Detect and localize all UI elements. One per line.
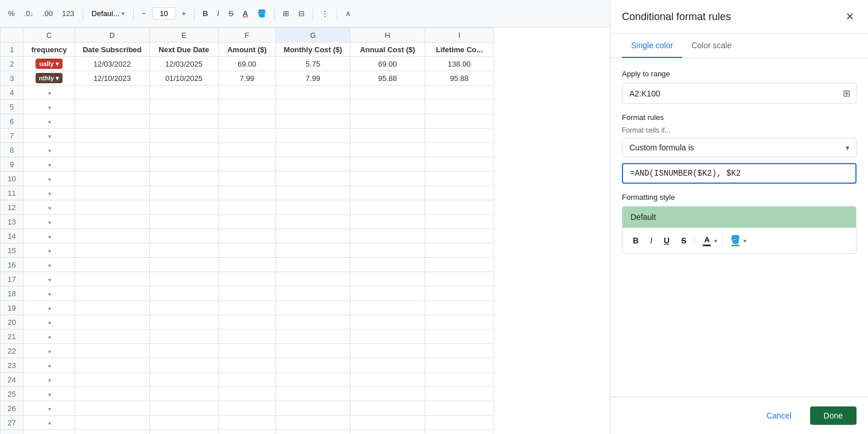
cell-e2[interactable]: 12/03/2025 — [150, 57, 219, 71]
row-header-8: 8 — [1, 143, 24, 157]
spreadsheet-table: C D E F G H I 1 frequency Date Subscribe… — [0, 28, 494, 434]
more-button[interactable]: ⋮ — [318, 5, 332, 23]
panel-footer: Cancel Done — [610, 397, 868, 434]
tab-color-scale[interactable]: Color scale — [682, 34, 741, 58]
col-header-f[interactable]: F — [219, 28, 276, 42]
separator-1 — [83, 7, 83, 21]
cell-e3[interactable]: 01/10/2025 — [150, 71, 219, 86]
toolbar: % .0↓ .00 123 Defaul... ▾ − + B I S A 🪣 … — [0, 0, 610, 28]
table-row: 28▾ — [1, 430, 494, 435]
fill-color-button[interactable]: 🪣 — [727, 232, 744, 249]
table-row: 27▾ — [1, 416, 494, 430]
fill-color-chevron[interactable]: ▾ — [744, 238, 746, 244]
format-underline-button[interactable]: U — [659, 234, 674, 247]
tabs-container: Single color Color scale — [610, 34, 868, 58]
font-family-chevron: ▾ — [122, 10, 124, 17]
col-header-c[interactable]: C — [24, 28, 75, 42]
formula-type-wrapper: Custom formula is Is empty Is not empty … — [622, 138, 857, 157]
decimal-increase-button[interactable]: .00 — [39, 5, 56, 23]
table-row: 21▾ — [1, 330, 494, 344]
format-toolbar: B I U S A ▾ 🪣 ▾ — [622, 228, 857, 254]
format-italic-button[interactable]: I — [645, 234, 657, 247]
cell-g3[interactable]: 7.99 — [276, 71, 351, 86]
text-color-button[interactable]: A — [699, 233, 714, 249]
formatting-style-label: Formatting style — [622, 193, 857, 202]
row-header-26: 26 — [1, 401, 24, 416]
col-header-e[interactable]: E — [150, 28, 219, 42]
cell-d1[interactable]: Date Subscribed — [75, 42, 150, 57]
bold-button[interactable]: B — [199, 5, 211, 23]
fill-color-button[interactable]: 🪣 — [254, 5, 270, 23]
row-header-21: 21 — [1, 330, 24, 344]
col-header-h[interactable]: H — [351, 28, 425, 42]
cell-f3[interactable]: 7.99 — [219, 71, 276, 86]
cell-h3[interactable]: 95.88 — [351, 71, 425, 86]
row-header-23: 23 — [1, 358, 24, 373]
strikethrough-button[interactable]: S — [225, 5, 237, 23]
text-color-chevron[interactable]: ▾ — [714, 238, 717, 244]
increase-font-button[interactable]: + — [178, 5, 190, 23]
cell-e1[interactable]: Next Due Date — [150, 42, 219, 57]
cell-g2[interactable]: 5.75 — [276, 57, 351, 71]
font-size-input[interactable] — [152, 7, 176, 20]
done-button[interactable]: Done — [810, 406, 857, 425]
table-row: 5▾ — [1, 100, 494, 114]
text-color-button[interactable]: A — [239, 5, 251, 23]
row-header-22: 22 — [1, 344, 24, 358]
row-header-1: 1 — [1, 42, 24, 57]
conditional-format-panel: Conditional format rules ✕ Single color … — [610, 0, 868, 434]
grid-container[interactable]: C D E F G H I 1 frequency Date Subscribe… — [0, 28, 610, 434]
cell-c3[interactable]: nthly ▾ — [24, 71, 75, 86]
range-grid-icon[interactable]: ⊞ — [837, 83, 856, 103]
format-bold-button[interactable]: B — [628, 234, 643, 247]
cell-d2[interactable]: 12/03/2022 — [75, 57, 150, 71]
col-header-i[interactable]: I — [425, 28, 494, 42]
percent-button[interactable]: % — [5, 5, 18, 23]
panel-body: Apply to range ⊞ Format rules Format cel… — [610, 58, 868, 265]
cell-i1[interactable]: Lifetime Co... — [425, 42, 494, 57]
cancel-button[interactable]: Cancel — [755, 406, 803, 425]
number-format-button[interactable]: 123 — [59, 5, 78, 23]
text-color-group[interactable]: A ▾ — [698, 232, 718, 250]
cell-d3[interactable]: 12/10/2023 — [75, 71, 150, 86]
font-family-dropdown[interactable]: Defaul... ▾ — [88, 6, 129, 21]
cell-c2[interactable]: ually ▾ — [24, 57, 75, 71]
col-header-g[interactable]: G — [276, 28, 351, 42]
range-input[interactable] — [622, 84, 837, 103]
cell-h2[interactable]: 69.00 — [351, 57, 425, 71]
fill-color-bar — [731, 245, 739, 246]
formula-type-dropdown[interactable]: Custom formula is Is empty Is not empty … — [622, 138, 857, 157]
row-header-12: 12 — [1, 200, 24, 215]
table-row: 9▾ — [1, 157, 494, 172]
font-family-label: Defaul... — [92, 9, 119, 18]
format-strikethrough-button[interactable]: S — [676, 234, 691, 247]
cell-g1[interactable]: Monthly Cost ($) — [276, 42, 351, 57]
tab-single-color[interactable]: Single color — [622, 34, 682, 58]
formula-input[interactable] — [622, 163, 857, 184]
collapse-button[interactable]: ∧ — [342, 5, 355, 23]
cell-f2[interactable]: 69.00 — [219, 57, 276, 71]
italic-button[interactable]: I — [214, 5, 223, 23]
format-rules-section: Format rules Format cells if... Custom f… — [622, 113, 857, 184]
fill-color-group[interactable]: 🪣 ▾ — [726, 231, 748, 250]
close-button[interactable]: ✕ — [843, 9, 857, 24]
badge-monthly: nthly ▾ — [36, 73, 63, 83]
cell-f1[interactable]: Amount ($) — [219, 42, 276, 57]
decrease-font-button[interactable]: − — [138, 5, 150, 23]
panel-title: Conditional format rules — [622, 11, 731, 23]
row-header-6: 6 — [1, 114, 24, 129]
cell-h1[interactable]: Annual Cost ($) — [351, 42, 425, 57]
formula-input-wrapper — [622, 163, 857, 184]
table-row: 6▾ — [1, 114, 494, 129]
decimal-decrease-button[interactable]: .0↓ — [21, 5, 37, 23]
borders-button[interactable]: ⊞ — [279, 5, 293, 23]
cell-c1[interactable]: frequency — [24, 42, 75, 57]
table-row: 26▾ — [1, 401, 494, 416]
cell-i2[interactable]: 138.00 — [425, 57, 494, 71]
table-row: 23▾ — [1, 358, 494, 373]
col-header-d[interactable]: D — [75, 28, 150, 42]
cell-i3[interactable]: 95.88 — [425, 71, 494, 86]
table-row: 13▾ — [1, 215, 494, 229]
row-header-16: 16 — [1, 258, 24, 272]
merge-button[interactable]: ⊟ — [295, 5, 308, 23]
